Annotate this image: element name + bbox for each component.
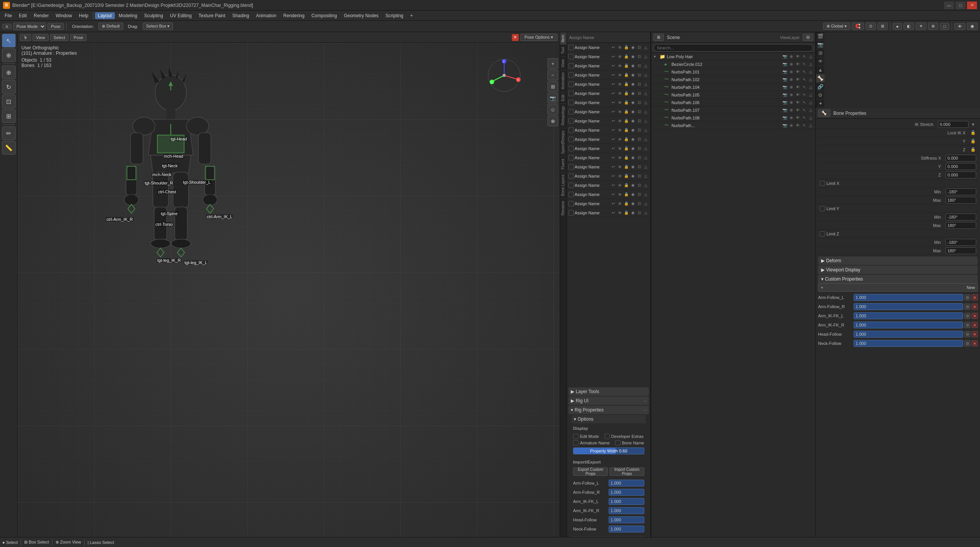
bone-icon-6[interactable]: △: [643, 191, 649, 198]
rig-props-section[interactable]: ▾ Rig Properties ···: [568, 406, 649, 414]
developer-extras-cb[interactable]: [604, 434, 610, 439]
bone-icon-6[interactable]: △: [643, 44, 649, 51]
close-button[interactable]: ✕: [967, 2, 977, 9]
bone-icon-4[interactable]: ◉: [630, 118, 636, 124]
tab-shading[interactable]: Shading: [229, 12, 252, 19]
bone-icon-3[interactable]: 🔒: [623, 63, 629, 69]
bone-row-checkbox[interactable]: [568, 173, 574, 179]
bone-icon-3[interactable]: 🔒: [623, 201, 629, 207]
bone-icon-6[interactable]: △: [643, 118, 649, 124]
tree-icon-hide[interactable]: △: [808, 69, 814, 75]
bone-row[interactable]: Assign Name ↩ ⊕ 🔒 ◉ ⊡ △: [567, 162, 650, 171]
vp-close-btn[interactable]: ✕: [512, 34, 519, 41]
lock-ik-y-icon[interactable]: 🔒: [970, 138, 976, 144]
stiffness-z-val[interactable]: 0.000: [946, 171, 976, 178]
vtab-edit[interactable]: Edit: [560, 92, 567, 103]
bone-icon-1[interactable]: ↩: [610, 191, 616, 198]
tree-row[interactable]: 〜 NurbsPath.102 📷 ⊕ 👁 ↖ △: [651, 76, 815, 83]
default-btn[interactable]: ⊕ Default: [98, 23, 123, 30]
bone-icon-3[interactable]: 🔒: [623, 210, 629, 216]
bone-row[interactable]: Assign Name ↩ ⊕ 🔒 ◉ ⊡ △: [567, 70, 650, 80]
tree-icon-camera[interactable]: 📷: [782, 107, 788, 113]
tab-modeling[interactable]: Modeling: [116, 12, 140, 19]
prop-tab-bone[interactable]: 🦴: [816, 74, 825, 83]
select-tool[interactable]: ↖: [2, 34, 16, 47]
tree-icon-hide[interactable]: △: [808, 115, 814, 121]
vp-walk[interactable]: ☺: [547, 104, 558, 115]
bone-row-checkbox[interactable]: [568, 45, 574, 50]
limit-x-min-val[interactable]: -180°: [946, 188, 976, 195]
cp-detail-value[interactable]: 1.000: [854, 331, 963, 338]
bone-icon-3[interactable]: 🔒: [623, 44, 629, 51]
cp-value[interactable]: 1.000: [609, 489, 644, 496]
cp-value[interactable]: 1.000: [609, 507, 644, 514]
cursor-tool[interactable]: ⊕: [2, 48, 16, 62]
tab-scripting[interactable]: Scripting: [382, 12, 407, 19]
prop-width-bar[interactable]: Property Width 0.60: [573, 447, 644, 454]
transform-btn[interactable]: ⊞: [877, 23, 888, 30]
tree-icon-render[interactable]: ⊕: [788, 77, 794, 83]
cp-detail-value[interactable]: 1.000: [854, 322, 963, 328]
vtab-speedretopo[interactable]: SpeedRetopo: [560, 128, 567, 156]
bone-row-checkbox[interactable]: [568, 146, 574, 151]
bone-icon-2[interactable]: ⊕: [617, 182, 623, 188]
bone-icon-5[interactable]: ⊡: [636, 90, 642, 96]
prop-tab-object[interactable]: ▲: [816, 66, 825, 74]
measure-tool[interactable]: 📏: [2, 141, 16, 155]
cp-value[interactable]: 1.000: [609, 480, 644, 487]
bone-row-checkbox[interactable]: [568, 164, 574, 170]
bone-row-checkbox[interactable]: [568, 54, 574, 59]
bone-icon-3[interactable]: 🔒: [623, 118, 629, 124]
limit-z-min-val[interactable]: -180°: [946, 239, 976, 246]
bone-row[interactable]: Assign Name ↩ ⊕ 🔒 ◉ ⊡ △: [567, 89, 650, 98]
bone-icon-5[interactable]: ⊡: [636, 136, 642, 142]
bone-icon-4[interactable]: ◉: [630, 109, 636, 115]
limit-y-max-val[interactable]: 180°: [946, 222, 976, 229]
tree-icon-select[interactable]: ↖: [801, 61, 807, 67]
prop-tab-scene[interactable]: 🎬: [816, 32, 825, 41]
bone-icon-2[interactable]: ⊕: [617, 109, 623, 115]
tree-icon-render[interactable]: ⊕: [788, 84, 794, 90]
import-custom-props-btn[interactable]: Import Custom Props: [609, 467, 644, 476]
cp-delete-btn[interactable]: ✕: [972, 313, 978, 319]
bone-icon-5[interactable]: ⊡: [636, 173, 642, 179]
scale-tool[interactable]: ⊡: [2, 95, 16, 108]
bp-editor-btn[interactable]: 🦴: [818, 109, 830, 117]
bone-icon-2[interactable]: ⊕: [617, 210, 623, 216]
bone-row[interactable]: Assign Name ↩ ⊕ 🔒 ◉ ⊡ △: [567, 98, 650, 107]
bone-icon-5[interactable]: ⊡: [636, 118, 642, 124]
bone-icon-4[interactable]: ◉: [630, 72, 636, 78]
bone-icon-5[interactable]: ⊡: [636, 155, 642, 161]
bone-icon-1[interactable]: ↩: [610, 63, 616, 69]
tree-icon-hide[interactable]: △: [808, 92, 814, 98]
tree-icon-visibility[interactable]: 👁: [795, 92, 801, 98]
tab-uv-editing[interactable]: UV Editing: [167, 12, 195, 19]
toolbar-icon-btn[interactable]: ≡: [2, 24, 11, 29]
limit-y-min-val[interactable]: -180°: [946, 214, 976, 220]
tree-icon-select[interactable]: ↖: [801, 77, 807, 83]
bone-row[interactable]: Assign Name ↩ ⊕ 🔒 ◉ ⊡ △: [567, 171, 650, 181]
bone-icon-2[interactable]: ⊕: [617, 54, 623, 60]
ik-stretch-val[interactable]: 0.000: [938, 121, 969, 128]
bone-icon-6[interactable]: △: [643, 100, 649, 106]
snap-btn[interactable]: 🧲: [852, 23, 864, 30]
bone-icon-5[interactable]: ⊡: [636, 182, 642, 188]
pose-tool-btn[interactable]: Pose: [47, 23, 64, 30]
bone-icon-1[interactable]: ↩: [610, 72, 616, 78]
rig-props-dots[interactable]: ···: [644, 408, 647, 412]
select-box-btn[interactable]: Select Box ▾: [143, 23, 173, 30]
bone-icon-6[interactable]: △: [643, 109, 649, 115]
tree-icon-visibility[interactable]: 👁: [795, 54, 801, 60]
bone-row-checkbox[interactable]: [568, 63, 574, 69]
bone-row-checkbox[interactable]: [568, 210, 574, 216]
bone-icon-1[interactable]: ↩: [610, 182, 616, 188]
bone-icon-2[interactable]: ⊕: [617, 136, 623, 142]
tree-icon-camera[interactable]: 📷: [782, 122, 788, 129]
tab-geometry-nodes[interactable]: Geometry Nodes: [341, 12, 382, 19]
shading-solid-btn[interactable]: ●: [893, 23, 902, 30]
tree-row[interactable]: ● BezierCircle.012 📷 ⊕ 👁 ↖ △: [651, 60, 815, 68]
bone-row[interactable]: Assign Name ↩ ⊕ 🔒 ◉ ⊡ △: [567, 116, 650, 126]
tree-row[interactable]: ▾ 📁 Low Poly Hair 📷 ⊕ 👁 ↖ △: [651, 53, 815, 60]
bone-row-checkbox[interactable]: [568, 155, 574, 160]
cp-gear-btn[interactable]: ⚙: [964, 322, 970, 328]
